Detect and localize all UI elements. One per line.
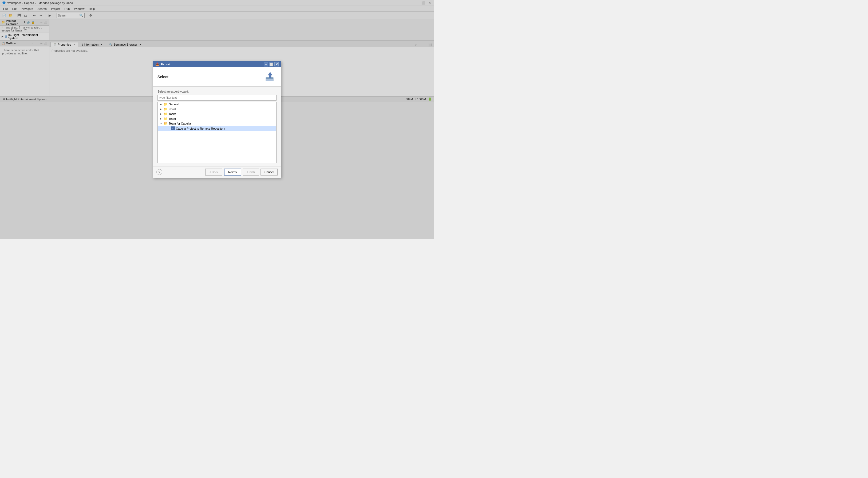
modal-overlay: 📤 Export ─ ⬜ ✕ Select xyxy=(0,0,434,239)
tree-node-team[interactable]: ▶ 📁 Team xyxy=(158,116,276,121)
tasks-folder-icon: 📁 xyxy=(164,112,167,116)
cancel-button[interactable]: Cancel xyxy=(260,168,278,176)
modal-titlebar-controls: ─ ⬜ ✕ xyxy=(264,62,279,66)
install-label: Install xyxy=(169,107,177,111)
team-label: Team xyxy=(169,117,176,120)
footer-buttons: < Back Next > Finish Cancel xyxy=(205,168,278,176)
modal-header-title: Select xyxy=(157,75,168,79)
filter-input[interactable] xyxy=(157,95,277,101)
team-expand-arrow[interactable]: ▶ xyxy=(160,117,164,120)
export-dialog-title: Export xyxy=(161,63,170,66)
svg-text:C: C xyxy=(172,127,174,130)
next-button[interactable]: Next > xyxy=(224,168,241,176)
general-expand-arrow[interactable]: ▶ xyxy=(160,103,164,106)
modal-header: Select xyxy=(153,67,281,87)
wizard-label: Select an export wizard: xyxy=(157,90,277,93)
team-folder-icon: 📁 xyxy=(164,117,167,121)
tree-node-tasks[interactable]: ▶ 📁 Tasks xyxy=(158,111,276,116)
finish-button[interactable]: Finish xyxy=(243,168,259,176)
tasks-expand-arrow[interactable]: ▶ xyxy=(160,113,164,115)
modal-footer: ? < Back Next > Finish Cancel xyxy=(153,166,281,178)
general-label: General xyxy=(169,103,179,106)
install-expand-arrow[interactable]: ▶ xyxy=(160,108,164,110)
back-button[interactable]: < Back xyxy=(205,168,222,176)
modal-minimize-btn[interactable]: ─ xyxy=(264,62,268,66)
modal-close-btn[interactable]: ✕ xyxy=(274,62,279,66)
team-capella-folder-icon: 📂 xyxy=(164,122,167,125)
svg-rect-1 xyxy=(266,78,273,79)
modal-maximize-btn[interactable]: ⬜ xyxy=(269,62,273,66)
export-wizard-icon xyxy=(264,71,276,83)
tree-node-general[interactable]: ▶ 📁 General xyxy=(158,102,276,107)
export-dialog-icon: 📤 xyxy=(155,62,159,66)
capella-remote-label: Capella Project to Remote Repository xyxy=(176,127,225,130)
modal-header-icon xyxy=(264,70,277,83)
team-capella-label: Team for Capella xyxy=(169,122,191,125)
export-dialog: 📤 Export ─ ⬜ ✕ Select xyxy=(153,61,281,178)
modal-titlebar: 📤 Export ─ ⬜ ✕ xyxy=(153,61,281,67)
help-button[interactable]: ? xyxy=(156,169,162,175)
team-capella-expand-arrow[interactable]: ▼ xyxy=(160,122,164,125)
general-folder-icon: 📁 xyxy=(164,102,167,106)
modal-body: Select an export wizard: ▶ 📁 General ▶ 📁… xyxy=(153,87,281,166)
tree-node-capella-remote[interactable]: ▶ C Capella Project to Remote Repository xyxy=(158,126,276,131)
svg-marker-2 xyxy=(268,72,272,78)
modal-header-title-section: Select xyxy=(157,75,168,79)
tree-node-team-capella[interactable]: ▼ 📂 Team for Capella xyxy=(158,121,276,126)
capella-remote-icon: C xyxy=(171,126,175,131)
tree-node-install[interactable]: ▶ 📁 Install xyxy=(158,107,276,111)
export-tree[interactable]: ▶ 📁 General ▶ 📁 Install ▶ 📁 Tasks xyxy=(157,102,277,163)
tasks-label: Tasks xyxy=(169,112,176,116)
install-folder-icon: 📁 xyxy=(164,107,167,111)
